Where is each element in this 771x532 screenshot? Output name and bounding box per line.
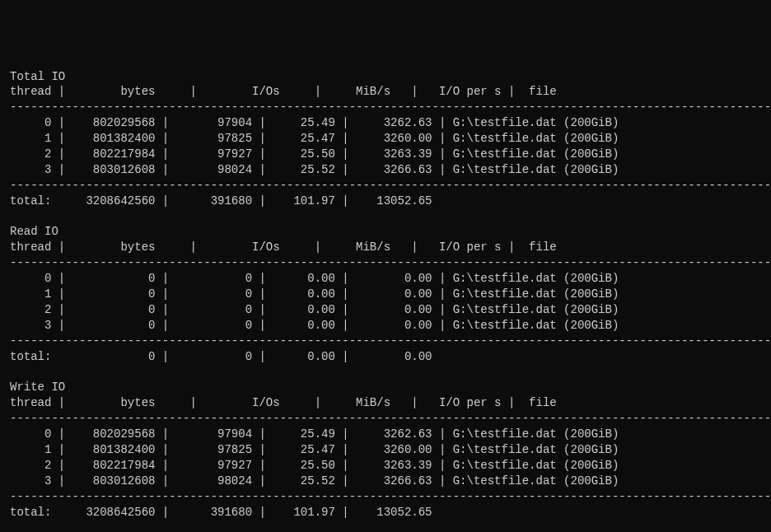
terminal-output: Total IO thread | bytes | I/Os | MiB/s |… xyxy=(10,69,761,520)
